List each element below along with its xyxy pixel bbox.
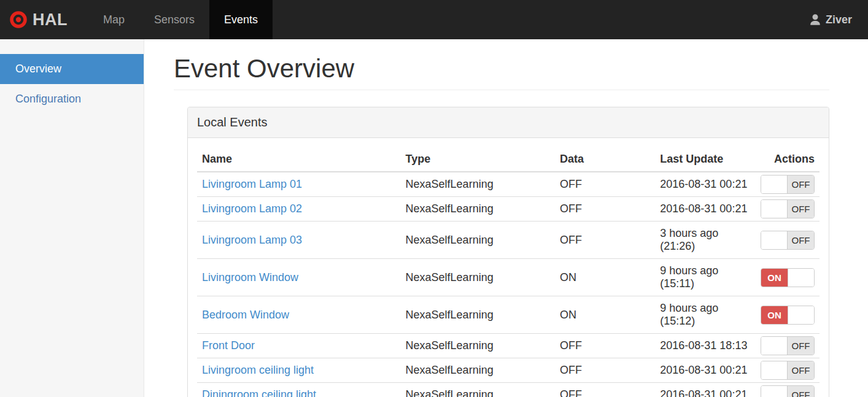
switch-handle bbox=[761, 337, 788, 355]
toggle-switch[interactable]: OFF bbox=[761, 175, 815, 194]
nav-item-sensors[interactable]: Sensors bbox=[139, 0, 209, 39]
event-type: NexaSelfLearning bbox=[401, 358, 555, 383]
main-content: Event Overview Local Events Name Type Da… bbox=[144, 39, 868, 397]
nav-item-map[interactable]: Map bbox=[88, 0, 139, 39]
events-table-body: Livingroom Lamp 01NexaSelfLearningOFF201… bbox=[197, 172, 820, 397]
toggle-switch[interactable]: OFF bbox=[761, 199, 815, 218]
bullseye-logo-icon bbox=[10, 11, 27, 28]
switch-handle bbox=[788, 269, 814, 287]
event-type: NexaSelfLearning bbox=[401, 296, 555, 334]
sidebar-item-overview[interactable]: Overview bbox=[0, 54, 144, 84]
user-icon bbox=[809, 13, 821, 26]
event-last-update: 2016-08-31 00:21 bbox=[655, 172, 755, 197]
page-title: Event Overview bbox=[174, 54, 829, 90]
table-row: Bedroom WindowNexaSelfLearningON9 hours … bbox=[197, 296, 820, 334]
table-row: Livingroom ceiling lightNexaSelfLearning… bbox=[197, 358, 820, 383]
switch-on-label: ON bbox=[761, 306, 788, 324]
table-header-row: Name Type Data Last Update Actions bbox=[197, 147, 820, 172]
user-name: Ziver bbox=[826, 13, 852, 26]
column-header-last-update: Last Update bbox=[655, 147, 755, 172]
switch-handle bbox=[761, 231, 788, 249]
sidebar-item-configuration[interactable]: Configuration bbox=[0, 84, 144, 114]
panel-body: Name Type Data Last Update Actions Livin… bbox=[188, 138, 829, 397]
brand-label: HAL bbox=[33, 10, 68, 29]
switch-off-label: OFF bbox=[788, 175, 814, 193]
user-menu[interactable]: Ziver bbox=[809, 0, 868, 39]
event-data: ON bbox=[555, 296, 655, 334]
panel-title: Local Events bbox=[188, 107, 829, 138]
event-last-update: 2016-08-31 18:13 bbox=[655, 334, 755, 358]
event-type: NexaSelfLearning bbox=[401, 383, 555, 397]
event-name-link[interactable]: Livingroom Window bbox=[202, 271, 298, 283]
table-row: Livingroom Lamp 01NexaSelfLearningOFF201… bbox=[197, 172, 820, 197]
column-header-actions: Actions bbox=[756, 147, 820, 172]
event-last-update: 2016-08-31 00:21 bbox=[655, 358, 755, 383]
event-last-update: 9 hours ago (15:12) bbox=[655, 296, 755, 334]
table-row: Livingroom Lamp 02NexaSelfLearningOFF201… bbox=[197, 197, 820, 222]
toggle-switch[interactable]: OFF bbox=[761, 231, 815, 250]
event-name-link[interactable]: Diningroom ceiling light bbox=[202, 388, 316, 397]
switch-off-label: OFF bbox=[788, 231, 814, 249]
top-navbar: HAL Map Sensors Events Ziver bbox=[0, 0, 868, 39]
switch-handle bbox=[761, 200, 788, 218]
toggle-switch[interactable]: OFF bbox=[761, 336, 815, 355]
event-name-link[interactable]: Front Door bbox=[202, 339, 255, 352]
toggle-switch[interactable]: OFF bbox=[761, 361, 815, 380]
event-data: OFF bbox=[555, 222, 655, 259]
event-data: ON bbox=[555, 259, 655, 296]
table-row: Livingroom WindowNexaSelfLearningON9 hou… bbox=[197, 259, 820, 296]
event-type: NexaSelfLearning bbox=[401, 259, 555, 296]
event-last-update: 9 hours ago (15:11) bbox=[655, 259, 755, 296]
brand[interactable]: HAL bbox=[0, 0, 79, 39]
switch-off-label: OFF bbox=[788, 200, 814, 218]
switch-off-label: OFF bbox=[788, 386, 814, 397]
switch-on-label: ON bbox=[761, 269, 788, 287]
event-data: OFF bbox=[555, 383, 655, 397]
column-header-type: Type bbox=[401, 147, 555, 172]
toggle-switch[interactable]: OFF bbox=[761, 385, 815, 397]
column-header-data: Data bbox=[555, 147, 655, 172]
toggle-switch[interactable]: ON bbox=[761, 306, 815, 325]
event-name-link[interactable]: Livingroom Lamp 02 bbox=[202, 202, 302, 215]
event-name-link[interactable]: Livingroom Lamp 01 bbox=[202, 178, 302, 190]
event-data: OFF bbox=[555, 172, 655, 197]
table-row: Livingroom Lamp 03NexaSelfLearningOFF3 h… bbox=[197, 222, 820, 259]
event-last-update: 2016-08-31 00:21 bbox=[655, 197, 755, 222]
event-name-link[interactable]: Livingroom Lamp 03 bbox=[202, 234, 302, 246]
event-type: NexaSelfLearning bbox=[401, 222, 555, 259]
event-name-link[interactable]: Bedroom Window bbox=[202, 309, 289, 321]
event-last-update: 3 hours ago (21:26) bbox=[655, 222, 755, 259]
nav-links: Map Sensors Events bbox=[88, 0, 273, 39]
event-type: NexaSelfLearning bbox=[401, 172, 555, 197]
table-row: Front DoorNexaSelfLearningOFF2016-08-31 … bbox=[197, 334, 820, 358]
column-header-name: Name bbox=[197, 147, 401, 172]
switch-handle bbox=[761, 175, 788, 193]
event-name-link[interactable]: Livingroom ceiling light bbox=[202, 364, 314, 376]
nav-item-events[interactable]: Events bbox=[209, 0, 273, 39]
local-events-panel: Local Events Name Type Data Last Update … bbox=[187, 107, 829, 397]
sidebar: Overview Configuration bbox=[0, 39, 144, 397]
switch-off-label: OFF bbox=[788, 361, 814, 379]
switch-off-label: OFF bbox=[788, 337, 814, 355]
toggle-switch[interactable]: ON bbox=[761, 268, 815, 287]
event-data: OFF bbox=[555, 197, 655, 222]
event-last-update: 2016-08-31 00:21 bbox=[655, 383, 755, 397]
switch-handle bbox=[761, 361, 788, 379]
event-type: NexaSelfLearning bbox=[401, 334, 555, 358]
events-table: Name Type Data Last Update Actions Livin… bbox=[197, 147, 820, 397]
event-type: NexaSelfLearning bbox=[401, 197, 555, 222]
switch-handle bbox=[761, 386, 788, 397]
event-data: OFF bbox=[555, 358, 655, 383]
table-row: Diningroom ceiling lightNexaSelfLearning… bbox=[197, 383, 820, 397]
event-data: OFF bbox=[555, 334, 655, 358]
switch-handle bbox=[788, 306, 814, 324]
